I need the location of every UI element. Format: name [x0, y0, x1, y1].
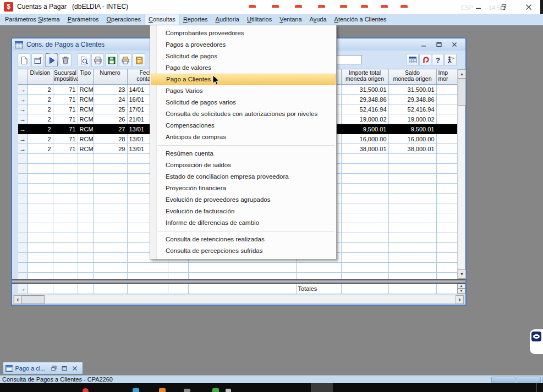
row-selector[interactable] — [18, 164, 28, 174]
grid-cell[interactable] — [388, 253, 436, 263]
menu-item[interactable]: Estado de conciliacion empresa proveedor… — [150, 171, 336, 183]
grid-cell[interactable]: 26 — [93, 114, 127, 124]
grid-column-header[interactable] — [18, 69, 28, 85]
grid-cell[interactable] — [168, 263, 188, 273]
taskbar-icon[interactable] — [340, 5, 347, 10]
run-query-button[interactable] — [45, 53, 58, 67]
menubar-item[interactable]: Operaciones — [103, 14, 145, 25]
grid-cell[interactable] — [436, 95, 457, 104]
remote-control-tab[interactable] — [530, 329, 543, 354]
grid-cell[interactable]: RCM — [78, 144, 93, 154]
grid-cell[interactable] — [53, 263, 78, 273]
grid-cell[interactable] — [188, 263, 296, 273]
grid-cell[interactable] — [93, 184, 127, 194]
row-selector[interactable]: → — [18, 95, 28, 104]
row-selector[interactable] — [18, 213, 28, 223]
horizontal-scrollbar[interactable]: ‹ › — [13, 295, 464, 303]
grid-cell[interactable] — [436, 184, 457, 194]
grid-cell[interactable] — [341, 243, 388, 253]
preview-button[interactable] — [78, 53, 90, 67]
grid-cell[interactable]: 9,500.01 — [341, 124, 388, 134]
menubar-item[interactable]: Ventana — [276, 14, 305, 25]
row-selector[interactable] — [18, 253, 28, 263]
menu-item[interactable]: Comprobantes proveedores — [150, 27, 336, 39]
row-selector[interactable]: → — [18, 134, 28, 144]
grid-cell[interactable] — [93, 223, 127, 233]
grid-cell[interactable] — [93, 233, 127, 243]
grid-cell[interactable] — [28, 164, 53, 174]
min-close-button[interactable] — [70, 363, 80, 374]
grid-cell[interactable] — [28, 194, 53, 203]
menubar-item[interactable]: Parámetros Sistema — [1, 14, 64, 25]
grid-cell[interactable] — [93, 164, 127, 174]
grid-cell[interactable]: RCM — [78, 85, 93, 95]
menubar-item[interactable]: Reportes — [179, 14, 212, 25]
menubar-item[interactable]: Auditoria — [212, 14, 243, 25]
grid-cell[interactable] — [78, 203, 93, 213]
grid-cell[interactable] — [78, 164, 93, 174]
grid-cell[interactable]: 25 — [93, 104, 127, 114]
grid-cell[interactable]: RCM — [78, 114, 93, 124]
print-color-button[interactable] — [119, 53, 131, 67]
min-maximize-button[interactable] — [59, 363, 70, 374]
grid-cell[interactable] — [78, 243, 93, 253]
new-document-button[interactable] — [18, 53, 30, 67]
grid-column-header[interactable]: Tipo — [78, 69, 93, 85]
row-selector[interactable]: → — [18, 85, 28, 95]
menu-item[interactable]: Pago a Clientes — [151, 74, 336, 85]
menu-item[interactable]: Solicitud de pagos — [150, 51, 336, 62]
taskbar-icon[interactable] — [249, 5, 256, 10]
grid-cell[interactable] — [388, 203, 436, 213]
taskbar-language[interactable]: ESP — [461, 4, 473, 11]
minimized-window-pago[interactable]: Pago a cl... — [3, 362, 83, 374]
menu-item[interactable]: Evolución de facturación — [150, 206, 336, 217]
taskbar-icon[interactable] — [212, 388, 219, 392]
row-selector[interactable]: → — [18, 124, 28, 134]
grid-cell[interactable]: 2 — [28, 124, 53, 134]
child-maximize-button[interactable] — [431, 38, 447, 51]
menubar-item[interactable]: Consultas — [145, 14, 179, 25]
grid-cell[interactable]: 71 — [53, 124, 78, 134]
menubar-item[interactable]: Atención a Clientes — [331, 14, 391, 25]
grid-cell[interactable] — [436, 124, 457, 134]
menu-item[interactable]: Solicitud de pagos varios — [150, 97, 336, 108]
scroll-thumb[interactable] — [458, 78, 466, 106]
menu-item[interactable]: Pago de valores — [150, 62, 336, 74]
row-selector[interactable] — [18, 154, 28, 164]
menubar-item[interactable]: Parámetros — [64, 14, 103, 25]
grid-cell[interactable]: 16,000.00 — [388, 134, 436, 144]
grid-column-header[interactable]: Impmor — [436, 69, 457, 85]
grid-cell[interactable] — [78, 223, 93, 233]
grid-cell[interactable]: 19,000.02 — [388, 114, 436, 124]
grid-cell[interactable] — [388, 213, 436, 223]
data-table-button[interactable] — [407, 54, 419, 66]
grid-cell[interactable]: 9,500.01 — [388, 124, 436, 134]
grid-cell[interactable]: 71 — [53, 85, 78, 95]
scroll-down-arrow[interactable]: ▼ — [458, 269, 466, 279]
grid-cell[interactable] — [388, 184, 436, 194]
macro-button[interactable] — [419, 54, 431, 66]
grid-cell[interactable] — [388, 263, 436, 273]
grid-splitter[interactable] — [12, 279, 465, 284]
grid-cell[interactable]: 24 — [93, 95, 127, 104]
exit-button[interactable] — [445, 54, 457, 66]
menu-item[interactable]: Informe de diferencias de cambio — [150, 217, 336, 229]
row-selector[interactable] — [18, 194, 28, 203]
grid-cell[interactable] — [436, 253, 457, 263]
min-restore-button[interactable] — [48, 363, 59, 374]
help-button[interactable]: ? — [432, 54, 444, 66]
grid-cell[interactable]: 71 — [53, 95, 78, 104]
grid-cell[interactable]: 28 — [93, 134, 127, 144]
grid-cell[interactable]: 2 — [28, 114, 53, 124]
row-selector[interactable]: → — [18, 114, 28, 124]
taskbar-icon[interactable] — [159, 388, 166, 392]
row-selector[interactable] — [18, 184, 28, 194]
grid-cell[interactable] — [341, 213, 388, 223]
grid-cell[interactable] — [93, 174, 127, 184]
taskbar-icon[interactable] — [381, 5, 388, 10]
grid-cell[interactable]: 2 — [28, 104, 53, 114]
row-selector[interactable]: → — [18, 284, 28, 294]
grid-cell[interactable] — [436, 104, 457, 114]
grid-cell[interactable] — [78, 154, 93, 164]
close-button[interactable] — [519, 0, 538, 14]
